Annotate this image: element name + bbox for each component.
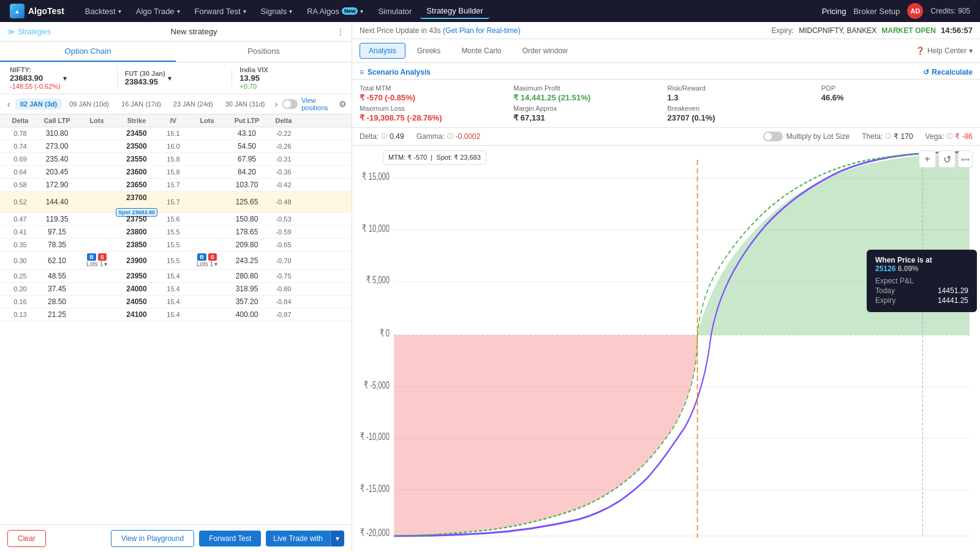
nav-backtest[interactable]: Backtest ▾ (79, 4, 127, 19)
nav-forward-test[interactable]: Forward Test ▾ (189, 4, 252, 19)
nav-ra-algos[interactable]: RA Algos New ▾ (301, 4, 369, 19)
put-delta: -0.36 (268, 168, 299, 176)
strike-cell: 23450 (115, 129, 158, 138)
iv-cell: 15.6 (158, 215, 189, 223)
recalculate-btn[interactable]: ↺ Recalculate (923, 68, 973, 76)
algo-trade-arrow: ▾ (177, 8, 180, 15)
stat-risk-reward-label: Risk/Reward (668, 84, 819, 92)
vix-label: India VIX (239, 66, 342, 73)
strike-value: 23950 (126, 272, 146, 280)
expiry-16jan[interactable]: 16 JAN (17d) (116, 99, 166, 110)
call-ltp: 62.10 (36, 256, 78, 265)
playground-button[interactable]: View in Playground (111, 530, 195, 547)
h-call-ltp: Call LTP (36, 117, 78, 124)
table-row: 0.52 144.40 23700Spot 23683.90 15.7 125.… (0, 192, 352, 213)
expiry-values: MIDCPNIFTY, BANKEX (799, 26, 876, 35)
svg-text:₹ 10,000: ₹ 10,000 (362, 222, 390, 234)
multiply-toggle-switch[interactable] (763, 132, 783, 141)
nav-signals[interactable]: Signals ▾ (255, 4, 299, 19)
table-row: 0.47 119.35 23750 15.6 150.80 -0.53 (0, 213, 352, 226)
table-row: 0.20 37.45 24000 15.4 318.95 -0.80 (0, 283, 352, 296)
tab-analysis[interactable]: Analysis (360, 43, 405, 59)
gamma-info-icon: ⓘ (447, 132, 453, 141)
live-trade-dropdown[interactable]: ▾ (330, 531, 344, 546)
table-row: 0.74 273.00 23500 16.0 54.50 -0.26 (0, 140, 352, 153)
recalc-icon: ↺ (923, 68, 929, 76)
put-buy-btn[interactable]: B (197, 253, 206, 261)
h-delta-call: Delta (5, 117, 36, 124)
zoom-extra-btn[interactable]: ⟺ (958, 151, 973, 168)
user-avatar[interactable]: AD (907, 3, 923, 19)
more-options-icon[interactable]: ⋮ (337, 28, 344, 36)
right-panel: Next Price Update in 43s (Get Plan for R… (352, 22, 980, 552)
strike-value: 24050 (126, 297, 146, 306)
put-ltp: 125.65 (225, 198, 268, 206)
nav-right: Pricing Broker Setup AD Credits: 905 (822, 3, 970, 19)
stat-max-loss-value: ₹ -19,308.75 (-28.76%) (360, 113, 511, 122)
h-delta-put: Delta (268, 117, 299, 124)
call-sell-btn[interactable]: S (98, 253, 107, 261)
main-layout: ≫ Strategies New strategy ⋮ Option Chain… (0, 22, 980, 552)
scenario-title: ≡ Scenario Analysis (360, 68, 431, 76)
call-delta: 0.78 (5, 130, 36, 137)
clear-button[interactable]: Clear (7, 530, 46, 547)
call-ltp: 78.35 (36, 241, 78, 249)
settings-icon[interactable]: ⚙ (339, 99, 347, 109)
call-delta: 0.58 (5, 181, 36, 188)
nav-simulator[interactable]: Simulator (372, 4, 418, 19)
expiry-next-btn[interactable]: › (272, 99, 280, 109)
iv-cell: 15.8 (158, 168, 189, 176)
put-delta: -0.65 (268, 241, 299, 248)
gamma-label: Gamma: (417, 132, 445, 141)
fut-ticker[interactable]: FUT (30 Jan) 23843.95 ▾ (120, 70, 233, 86)
tab-positions[interactable]: Positions (176, 42, 352, 62)
get-plan-link[interactable]: (Get Plan for Real-time) (443, 26, 521, 35)
broker-setup-link[interactable]: Broker Setup (853, 7, 900, 16)
nav-items: Backtest ▾ Algo Trade ▾ Forward Test ▾ S… (79, 4, 817, 19)
expiry-23jan[interactable]: 23 JAN (24d) (168, 99, 218, 110)
left-header: ≫ Strategies New strategy ⋮ (0, 22, 352, 42)
signals-arrow: ▾ (289, 8, 292, 15)
stat-total-mtm-value: ₹ -570 (-0.85%) (360, 93, 511, 102)
nifty-ticker[interactable]: NIFTY: 23683.90 -148.55 (-0.62%) ▾ (5, 66, 118, 90)
stat-risk-reward-value: 1.3 (668, 93, 819, 102)
put-ltp: 209.80 (225, 241, 268, 249)
zoom-in-btn[interactable]: + (919, 151, 936, 168)
expiry-09jan[interactable]: 09 JAN (10d) (64, 99, 114, 110)
expiry-toggle-switch[interactable] (282, 99, 298, 109)
view-positions-btn[interactable]: View positions (301, 97, 335, 111)
tab-monte-carlo[interactable]: Monte Carlo (452, 43, 510, 59)
tab-greeks[interactable]: Greeks (408, 43, 450, 59)
tab-order-window[interactable]: Order window (513, 43, 577, 59)
nav-algo-trade[interactable]: Algo Trade ▾ (130, 4, 186, 19)
help-center-btn[interactable]: ❓ Help Center ▾ (916, 47, 973, 55)
zoom-reset-btn[interactable]: ↺ (938, 151, 956, 168)
stat-max-loss-label: Maximum Loss (360, 105, 511, 112)
greek-gamma: Gamma: ⓘ -0.0002 (417, 132, 481, 141)
put-sell-btn[interactable]: S (208, 253, 217, 261)
lots-chevron-icon[interactable]: ▾ (104, 261, 107, 267)
nav-strategy-builder[interactable]: Strategy Builder (420, 4, 489, 19)
live-trade-button[interactable]: Live Trade with (266, 531, 330, 546)
iv-cell: 15.4 (158, 285, 189, 293)
put-ltp: 280.80 (225, 272, 268, 280)
forward-test-button[interactable]: Forward Test (199, 531, 261, 546)
svg-text:₹ -15,000: ₹ -15,000 (360, 482, 390, 494)
put-ltp: 103.70 (225, 181, 268, 189)
expiry-30jan[interactable]: 30 JAN (31d) (221, 99, 270, 110)
call-buy-btn[interactable]: B (87, 253, 96, 261)
h-lots-put: Lots (189, 117, 225, 124)
tab-option-chain[interactable]: Option Chain (0, 42, 176, 62)
expiry-02jan[interactable]: 02 JAN (3d) (15, 99, 62, 110)
nifty-label: NIFTY: (10, 66, 61, 73)
lots-chevron-icon[interactable]: ▾ (214, 261, 217, 267)
pricing-link[interactable]: Pricing (822, 7, 846, 16)
expiry-prev-btn[interactable]: ‹ (5, 99, 13, 109)
call-ltp: 203.45 (36, 168, 78, 176)
new-badge: New (342, 7, 358, 15)
stat-pop-label: POP (821, 84, 973, 92)
theta-label: Theta: (862, 132, 883, 141)
nifty-value: 23683.90 (10, 73, 61, 83)
strategies-btn[interactable]: ≫ Strategies (7, 28, 51, 36)
tooltip-today: Today 14451.29 (875, 286, 968, 295)
